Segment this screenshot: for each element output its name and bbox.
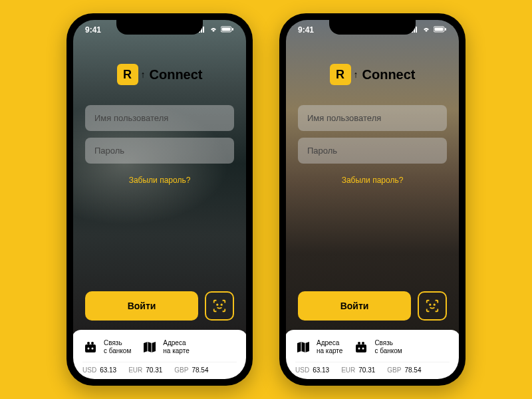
status-time: 9:41 bbox=[85, 25, 101, 35]
svg-point-26 bbox=[358, 348, 360, 350]
contact-bank-link[interactable]: Связь с банком bbox=[82, 339, 131, 355]
svg-rect-17 bbox=[416, 27, 417, 33]
faceid-button[interactable] bbox=[418, 291, 447, 321]
rate-eur: EUR 70.31 bbox=[128, 366, 162, 374]
app-name: Connect bbox=[362, 67, 416, 82]
map-icon bbox=[142, 339, 158, 355]
addresses-map-label: Адреса на карте bbox=[163, 339, 189, 355]
wifi-icon bbox=[422, 25, 431, 35]
logo-badge: R bbox=[117, 64, 138, 85]
notch bbox=[329, 20, 416, 35]
contact-bank-label: Связь с банком bbox=[374, 339, 402, 355]
contact-bank-link[interactable]: Связь с банком bbox=[353, 339, 402, 355]
svg-point-24 bbox=[358, 342, 360, 344]
rate-usd: USD 63.13 bbox=[295, 366, 329, 374]
password-field[interactable] bbox=[85, 138, 234, 164]
svg-point-11 bbox=[91, 342, 94, 344]
phone-mockup-1: 9:41 R ↑ Connect Забыли пароль? bbox=[66, 13, 253, 386]
login-button[interactable]: Войти bbox=[85, 291, 198, 321]
svg-rect-9 bbox=[85, 344, 96, 352]
app-name: Connect bbox=[150, 67, 203, 82]
svg-rect-5 bbox=[222, 28, 231, 31]
wifi-icon bbox=[209, 25, 218, 35]
addresses-map-link[interactable]: Адреса на карте bbox=[295, 339, 342, 355]
screen: 9:41 R ↑ Connect Забыли пароль? bbox=[286, 20, 459, 379]
svg-point-8 bbox=[221, 304, 221, 305]
password-field[interactable] bbox=[298, 138, 447, 164]
app-logo: R ↑ Connect bbox=[85, 64, 234, 85]
username-field[interactable] bbox=[298, 105, 447, 131]
rate-eur: EUR 70.31 bbox=[341, 366, 375, 374]
logo-arrow-icon: ↑ bbox=[141, 69, 146, 80]
phone-mockup-2: 9:41 R ↑ Connect Забыли пароль? bbox=[279, 13, 466, 386]
addresses-map-label: Адреса на карте bbox=[317, 339, 342, 355]
notch bbox=[116, 20, 203, 35]
bank-icon bbox=[353, 339, 369, 355]
username-field[interactable] bbox=[85, 105, 234, 131]
battery-icon bbox=[434, 25, 447, 35]
battery-icon bbox=[221, 25, 234, 35]
login-button[interactable]: Войти bbox=[298, 291, 411, 321]
rate-gbp: GBP 78.54 bbox=[174, 366, 208, 374]
svg-rect-23 bbox=[356, 344, 366, 352]
svg-point-22 bbox=[434, 304, 434, 305]
forgot-password-link[interactable]: Забыли пароль? bbox=[85, 176, 234, 185]
svg-point-10 bbox=[87, 342, 90, 344]
currency-rates: USD 63.13 EUR 70.31 GBP 78.54 bbox=[82, 362, 237, 374]
forgot-password-link[interactable]: Забыли пароль? bbox=[298, 176, 447, 185]
rate-usd: USD 63.13 bbox=[82, 366, 116, 374]
status-time: 9:41 bbox=[298, 25, 314, 35]
app-logo: R ↑ Connect bbox=[298, 64, 447, 85]
svg-point-12 bbox=[88, 348, 90, 350]
svg-rect-6 bbox=[232, 28, 233, 31]
svg-point-27 bbox=[362, 348, 364, 350]
faceid-button[interactable] bbox=[205, 291, 234, 321]
currency-rates: USD 63.13 EUR 70.31 GBP 78.54 bbox=[295, 362, 450, 374]
rate-gbp: GBP 78.54 bbox=[387, 366, 421, 374]
faceid-icon bbox=[212, 299, 227, 313]
logo-badge: R bbox=[330, 64, 351, 85]
map-icon bbox=[295, 339, 311, 355]
svg-point-13 bbox=[92, 348, 94, 350]
screen: 9:41 R ↑ Connect Забыли пароль? bbox=[73, 20, 246, 379]
svg-rect-20 bbox=[445, 28, 446, 31]
svg-rect-3 bbox=[203, 27, 204, 33]
logo-arrow-icon: ↑ bbox=[354, 69, 358, 80]
svg-point-21 bbox=[430, 304, 430, 305]
contact-bank-label: Связь с банком bbox=[104, 339, 131, 355]
bank-icon bbox=[82, 339, 98, 355]
svg-point-7 bbox=[217, 304, 217, 305]
svg-rect-19 bbox=[435, 28, 444, 31]
addresses-map-link[interactable]: Адреса на карте bbox=[142, 339, 189, 355]
bottom-card: Адреса на карте Связь с банком USD 63.13… bbox=[286, 330, 459, 379]
bottom-card: Связь с банком Адреса на карте USD 63.13… bbox=[73, 330, 246, 379]
faceid-icon bbox=[425, 299, 440, 313]
svg-point-25 bbox=[362, 342, 364, 344]
